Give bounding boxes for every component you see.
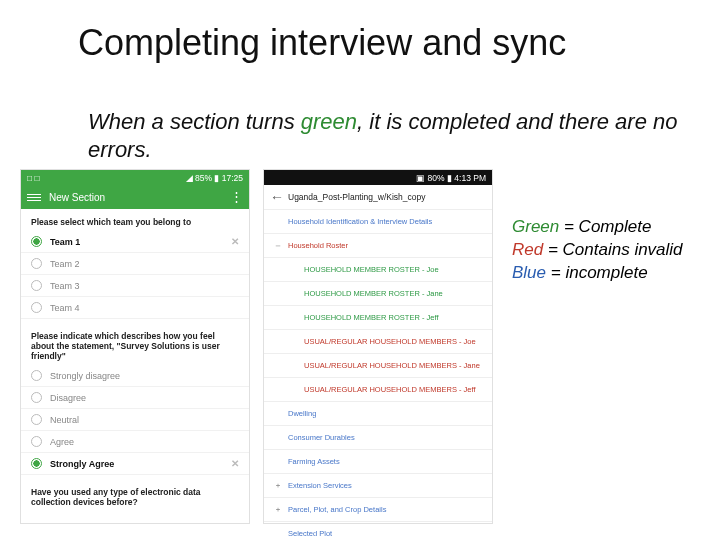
section-row[interactable]: Farming Assets [264, 450, 492, 474]
more-icon[interactable]: ⋮ [230, 194, 243, 199]
radio-option[interactable]: Team 2 [21, 253, 249, 275]
radio-option[interactable]: Strongly Agree✕ [21, 453, 249, 475]
subtitle-text: When a section turns [88, 109, 301, 134]
expand-toggle-icon[interactable]: + [272, 505, 284, 514]
subtitle-green-word: green [301, 109, 357, 134]
legend-blue: Blue [512, 263, 546, 282]
section-label: USUAL/REGULAR HOUSEHOLD MEMBERS - Jane [304, 361, 480, 370]
section-row[interactable]: Household Identification & Interview Det… [264, 210, 492, 234]
section-label: Selected Plot [288, 529, 332, 538]
radio-option[interactable]: Disagree [21, 387, 249, 409]
android-status-bar: □ □ ◢ 85% ▮ 17:25 [21, 170, 249, 185]
option-label: Team 1 [50, 237, 80, 247]
section-label: HOUSEHOLD MEMBER ROSTER - Joe [304, 265, 439, 274]
section-label: HOUSEHOLD MEMBER ROSTER - Jane [304, 289, 443, 298]
back-arrow-icon[interactable]: ← [270, 189, 284, 205]
legend-red: Red [512, 240, 543, 259]
slide-subtitle: When a section turns green, it is comple… [88, 108, 720, 163]
section-row[interactable]: USUAL/REGULAR HOUSEHOLD MEMBERS - Jeff [264, 378, 492, 402]
radio-option[interactable]: Team 1✕ [21, 231, 249, 253]
option-label: Strongly Agree [50, 459, 114, 469]
hamburger-icon[interactable] [27, 192, 41, 202]
section-row[interactable]: USUAL/REGULAR HOUSEHOLD MEMBERS - Joe [264, 330, 492, 354]
legend-text: = incomplete [546, 263, 648, 282]
section-label: Farming Assets [288, 457, 340, 466]
section-row[interactable]: USUAL/REGULAR HOUSEHOLD MEMBERS - Jane [264, 354, 492, 378]
topbar-title: Uganda_Post-Planting_w/Kish_copy [288, 192, 426, 202]
topbar-title: New Section [49, 192, 105, 203]
radio-icon [31, 458, 42, 469]
option-label: Disagree [50, 393, 86, 403]
section-label: Dwelling [288, 409, 316, 418]
radio-icon [31, 302, 42, 313]
option-label: Team 3 [50, 281, 80, 291]
section-label: USUAL/REGULAR HOUSEHOLD MEMBERS - Joe [304, 337, 476, 346]
radio-icon [31, 392, 42, 403]
status-right: ◢ 85% ▮ 17:25 [186, 173, 243, 183]
slide-title: Completing interview and sync [78, 22, 566, 64]
radio-icon [31, 280, 42, 291]
radio-icon [31, 370, 42, 381]
color-legend: Green = Complete Red = Contains invalid … [512, 216, 683, 285]
radio-option[interactable]: Strongly disagree [21, 365, 249, 387]
status-left: □ □ [27, 173, 40, 183]
phone-screenshot-left: □ □ ◢ 85% ▮ 17:25 New Section ⋮ Please s… [20, 169, 250, 524]
app-top-bar: ← Uganda_Post-Planting_w/Kish_copy [264, 185, 492, 210]
radio-option[interactable]: Team 4 [21, 297, 249, 319]
status-right: ▣ 80% ▮ 4:13 PM [416, 173, 486, 183]
question-text: Please select which team you belong to [21, 209, 249, 231]
expand-toggle-icon[interactable]: + [272, 481, 284, 490]
section-row[interactable]: HOUSEHOLD MEMBER ROSTER - Jane [264, 282, 492, 306]
section-row[interactable]: —Household Roster [264, 234, 492, 258]
option-label: Agree [50, 437, 74, 447]
radio-option[interactable]: Neutral [21, 409, 249, 431]
option-label: Team 2 [50, 259, 80, 269]
section-label: Household Roster [288, 241, 348, 250]
radio-option[interactable]: Agree [21, 431, 249, 453]
expand-toggle-icon[interactable]: — [272, 241, 284, 250]
section-row[interactable]: Dwelling [264, 402, 492, 426]
option-label: Strongly disagree [50, 371, 120, 381]
legend-green: Green [512, 217, 559, 236]
question-text: Have you used any type of electronic dat… [21, 479, 249, 511]
section-row[interactable]: Selected Plot [264, 522, 492, 540]
section-label: Parcel, Plot, and Crop Details [288, 505, 386, 514]
phone-screenshot-right: ▣ 80% ▮ 4:13 PM ← Uganda_Post-Planting_w… [263, 169, 493, 524]
android-status-bar: ▣ 80% ▮ 4:13 PM [264, 170, 492, 185]
section-label: Household Identification & Interview Det… [288, 217, 432, 226]
section-label: Consumer Durables [288, 433, 355, 442]
option-label: Team 4 [50, 303, 80, 313]
app-top-bar: New Section ⋮ [21, 185, 249, 209]
clear-icon[interactable]: ✕ [231, 236, 239, 247]
section-label: USUAL/REGULAR HOUSEHOLD MEMBERS - Jeff [304, 385, 476, 394]
section-row[interactable]: Consumer Durables [264, 426, 492, 450]
radio-icon [31, 436, 42, 447]
legend-text: = Contains invalid [543, 240, 682, 259]
option-label: Neutral [50, 415, 79, 425]
legend-text: = Complete [559, 217, 651, 236]
radio-icon [31, 414, 42, 425]
clear-icon[interactable]: ✕ [231, 458, 239, 469]
section-row[interactable]: HOUSEHOLD MEMBER ROSTER - Jeff [264, 306, 492, 330]
section-label: HOUSEHOLD MEMBER ROSTER - Jeff [304, 313, 438, 322]
radio-icon [31, 236, 42, 247]
section-label: Extension Services [288, 481, 352, 490]
section-row[interactable]: +Parcel, Plot, and Crop Details [264, 498, 492, 522]
section-row[interactable]: HOUSEHOLD MEMBER ROSTER - Joe [264, 258, 492, 282]
radio-icon [31, 258, 42, 269]
section-row[interactable]: +Extension Services [264, 474, 492, 498]
question-text: Please indicate which describes how you … [21, 323, 249, 365]
radio-option[interactable]: Team 3 [21, 275, 249, 297]
